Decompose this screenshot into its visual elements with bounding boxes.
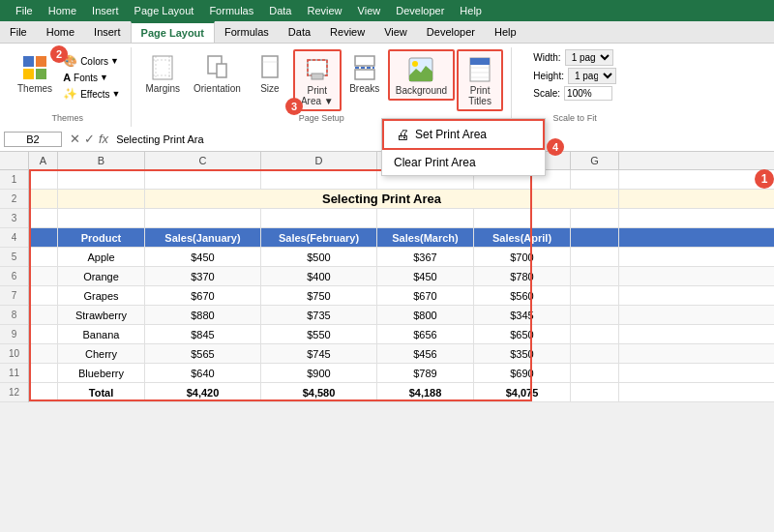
tab-view[interactable]: View [374,21,417,43]
cell-9b[interactable]: Banana [58,325,145,343]
cell-7d[interactable]: $750 [261,286,377,305]
cell-4b[interactable]: Product [58,228,145,247]
tab-insert[interactable]: Insert [84,21,131,43]
cell-8b[interactable]: Strawberry [58,306,145,324]
cell-12f[interactable]: $4,075 [474,383,571,401]
cell-2b[interactable] [58,190,145,208]
cell-9g[interactable] [571,325,619,343]
menu-file[interactable]: File [8,3,41,18]
cell-11f[interactable]: $690 [474,364,571,382]
print-titles-button[interactable]: PrintTitles [457,49,503,111]
confirm-icon[interactable]: ✓ [84,132,95,146]
name-box[interactable] [4,132,62,147]
cell-7e[interactable]: $670 [377,286,474,305]
menu-review[interactable]: Review [299,3,349,18]
breaks-button[interactable]: Breaks [343,49,386,97]
tab-file[interactable]: File [0,21,37,43]
cell-4f[interactable]: Sales(April) [474,228,571,247]
cell-5e[interactable]: $367 [377,248,474,266]
cell-12d[interactable]: $4,580 [261,383,377,401]
tab-review[interactable]: Review [320,21,374,43]
cell-10b[interactable]: Cherry [58,344,145,363]
cell-3c[interactable] [145,209,261,227]
cell-1c[interactable] [145,170,261,189]
cell-1b[interactable] [58,170,145,189]
cell-8f[interactable]: $345 [474,306,571,324]
fonts-button[interactable]: A Fonts ▼ [60,71,123,84]
cell-3e[interactable] [377,209,474,227]
cell-7a[interactable] [29,286,58,305]
cell-10d[interactable]: $745 [261,344,377,363]
cell-1g[interactable] [571,170,619,189]
cell-9e[interactable]: $656 [377,325,474,343]
cell-5c[interactable]: $450 [145,248,261,266]
cell-9f[interactable]: $650 [474,325,571,343]
cell-6c[interactable]: $370 [145,267,261,285]
cell-5g[interactable] [571,248,619,266]
cell-8c[interactable]: $880 [145,306,261,324]
cell-10e[interactable]: $456 [377,344,474,363]
cell-7g[interactable] [571,286,619,305]
cell-10a[interactable] [29,344,58,363]
cell-12b[interactable]: Total [58,383,145,401]
cell-12c[interactable]: $4,420 [145,383,261,401]
cell-6e[interactable]: $450 [377,267,474,285]
cell-11b[interactable]: Blueberry [58,364,145,382]
cell-11e[interactable]: $789 [377,364,474,382]
cell-5a[interactable] [29,248,58,266]
menu-insert[interactable]: Insert [84,3,127,18]
cancel-icon[interactable]: ✕ [70,132,80,146]
cell-6f[interactable]: $780 [474,267,571,285]
cell-5f[interactable]: $700 [474,248,571,266]
menu-help[interactable]: Help [452,3,490,18]
cell-8g[interactable] [571,306,619,324]
cell-9d[interactable]: $550 [261,325,377,343]
tab-formulas[interactable]: Formulas [215,21,279,43]
height-select[interactable]: 1 page [568,68,616,84]
cell-4e[interactable]: Sales(March) [377,228,474,247]
cell-4g[interactable] [571,228,619,247]
background-button[interactable]: Background [388,49,455,101]
set-print-area-item[interactable]: 🖨 Set Print Area 4 [382,119,545,150]
cell-3d[interactable] [261,209,377,227]
cell-12e[interactable]: $4,188 [377,383,474,401]
cell-6g[interactable] [571,267,619,285]
cell-8e[interactable]: $800 [377,306,474,324]
cell-5b[interactable]: Apple [58,248,145,266]
cell-6b[interactable]: Orange [58,267,145,285]
clear-print-area-item[interactable]: Clear Print Area [382,150,545,175]
cell-8a[interactable] [29,306,58,324]
cell-3g[interactable] [571,209,619,227]
menu-page-layout[interactable]: Page Layout [127,3,202,18]
cell-9a[interactable] [29,325,58,343]
cell-10g[interactable] [571,344,619,363]
cell-11g[interactable] [571,364,619,382]
menu-view[interactable]: View [350,3,389,18]
cell-12g[interactable] [571,383,619,401]
menu-formulas[interactable]: Formulas [201,3,261,18]
width-select[interactable]: 1 page [565,49,613,66]
cell-7c[interactable]: $670 [145,286,261,305]
cell-7f[interactable]: $560 [474,286,571,305]
tab-developer[interactable]: Developer [417,21,485,43]
cell-2c[interactable]: Selecting Print Area [145,190,619,208]
cell-10c[interactable]: $565 [145,344,261,363]
cell-2a[interactable] [29,190,58,208]
margins-button[interactable]: Margins [139,49,186,97]
cell-11c[interactable]: $640 [145,364,261,382]
cell-9c[interactable]: $845 [145,325,261,343]
cell-5d[interactable]: $500 [261,248,377,266]
cell-3a[interactable] [29,209,58,227]
cell-11d[interactable]: $900 [261,364,377,382]
size-button[interactable]: Size [249,49,291,97]
cell-7b[interactable]: Grapes [58,286,145,305]
cell-1a[interactable] [29,170,58,189]
tab-home[interactable]: Home [37,21,84,43]
orientation-button[interactable]: Orientation [188,49,247,97]
cell-11a[interactable] [29,364,58,382]
effects-button[interactable]: ✨ Effects ▼ [60,86,123,102]
menu-home[interactable]: Home [41,3,84,18]
cell-10f[interactable]: $350 [474,344,571,363]
tab-data[interactable]: Data [279,21,320,43]
cell-3f[interactable] [474,209,571,227]
